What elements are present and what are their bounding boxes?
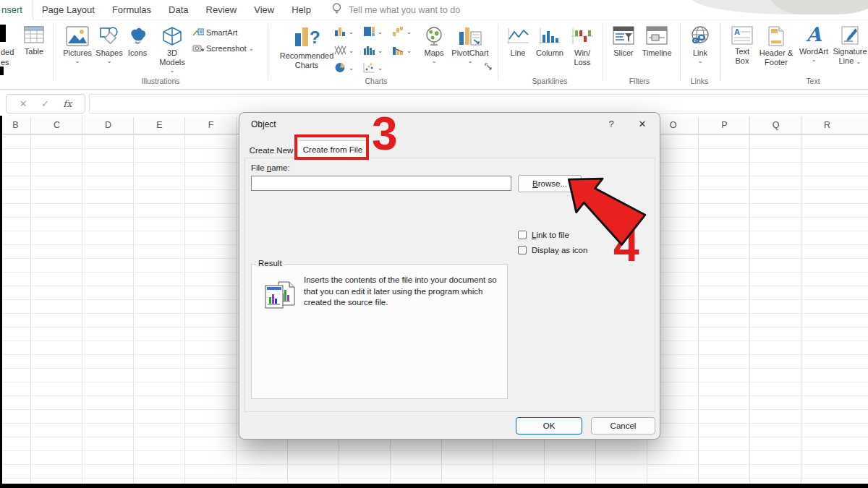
display-as-icon-checkbox[interactable] bbox=[518, 246, 527, 254]
3d-models-button[interactable]: 3D Models ⌄ bbox=[152, 26, 192, 73]
svg-text:A: A bbox=[734, 27, 740, 36]
menu-tab-page-layout[interactable]: Page Layout bbox=[33, 0, 103, 20]
insert-pie-chart-button[interactable]: ⌄ bbox=[334, 62, 354, 73]
text-box-button[interactable]: A Text Box bbox=[728, 26, 757, 66]
maps-icon bbox=[424, 26, 444, 46]
recommended-charts-button[interactable]: ? Recommended Charts bbox=[275, 25, 339, 70]
icons-label: Icons bbox=[124, 48, 150, 58]
column-header-E[interactable]: E bbox=[134, 117, 185, 134]
menu-tab-strip: nsertPage LayoutFormulasDataReviewViewHe… bbox=[0, 0, 320, 20]
shapes-button[interactable]: Shapes ⌄ bbox=[94, 26, 124, 64]
formula-input[interactable] bbox=[89, 94, 868, 114]
table-button[interactable]: Table bbox=[17, 26, 51, 56]
help-button[interactable]: ? bbox=[603, 117, 619, 132]
combo-chart-icon bbox=[392, 45, 404, 56]
screenshot-icon bbox=[192, 43, 204, 53]
3d-models-icon bbox=[161, 26, 183, 46]
result-description: Inserts the contents of the file into yo… bbox=[304, 275, 508, 309]
group-separator bbox=[268, 24, 268, 80]
torn-paper-decoration bbox=[684, 0, 868, 20]
insert-histogram-chart-button[interactable]: ⌄ bbox=[363, 45, 383, 56]
tell-me-search[interactable]: Tell me what you want to do bbox=[349, 5, 460, 15]
radar-chart-icon bbox=[334, 45, 346, 56]
screenshot-button[interactable]: Screenshot ⌄ bbox=[192, 43, 254, 53]
menu-tab-review[interactable]: Review bbox=[197, 0, 246, 20]
insert-hierarchy-chart-button[interactable]: ⌄ bbox=[363, 26, 383, 37]
chevron-down-icon: ⌄ bbox=[378, 47, 383, 54]
link-button[interactable]: Link ⌄ bbox=[686, 25, 715, 64]
shapes-icon bbox=[98, 26, 121, 46]
annotation-box-create-from-file bbox=[294, 134, 369, 160]
insert-waterfall-chart-button[interactable]: ⌄ bbox=[392, 26, 412, 37]
sparkline-winloss-button[interactable]: Win/ Loss bbox=[567, 27, 597, 67]
menu-tab-formulas[interactable]: Formulas bbox=[103, 0, 160, 20]
tab-create-new[interactable]: Create New bbox=[248, 144, 294, 158]
chevron-down-icon: ⌄ bbox=[378, 64, 383, 72]
text-box-icon: A bbox=[731, 26, 753, 45]
insert-radar-chart-button[interactable]: ⌄ bbox=[334, 45, 354, 56]
group-separator bbox=[53, 24, 54, 80]
column-header-Q[interactable]: Q bbox=[750, 117, 801, 134]
group-separator bbox=[603, 24, 603, 80]
insert-column-chart-button[interactable]: ⌄ bbox=[334, 26, 354, 37]
scatter-chart-icon bbox=[363, 62, 375, 73]
insert-scatter-chart-button[interactable]: ⌄ bbox=[363, 62, 383, 73]
formula-controls: ✕ ✓ fx bbox=[6, 94, 85, 114]
smartart-icon bbox=[192, 27, 204, 38]
cancel-button[interactable]: Cancel bbox=[591, 417, 655, 435]
slicer-button[interactable]: Slicer bbox=[609, 26, 638, 58]
wordart-button[interactable]: A WordArt ⌄ bbox=[796, 25, 832, 62]
chevron-down-icon: ⌄ bbox=[407, 47, 412, 54]
sparkline-column-button[interactable]: Column bbox=[532, 27, 567, 58]
sparkline-line-button[interactable]: Line bbox=[503, 27, 532, 58]
group-label-charts: Charts bbox=[365, 77, 388, 85]
menu-tab-view[interactable]: View bbox=[245, 0, 283, 20]
charts-dialog-launcher-icon[interactable] bbox=[485, 61, 493, 74]
column-header-R[interactable]: R bbox=[801, 117, 853, 134]
menu-tab-help[interactable]: Help bbox=[283, 0, 320, 20]
menu-tab-data[interactable]: Data bbox=[160, 0, 197, 20]
timeline-button[interactable]: Timeline bbox=[638, 26, 676, 58]
icons-button[interactable]: Icons bbox=[124, 26, 150, 58]
maps-button[interactable]: Maps ⌄ bbox=[420, 26, 448, 64]
enter-icon[interactable]: ✓ bbox=[41, 98, 49, 109]
chevron-down-icon: ⌄ bbox=[378, 28, 383, 35]
table-icon bbox=[24, 26, 44, 45]
histogram-chart-icon bbox=[363, 45, 375, 56]
signature-line-button[interactable]: Signature Line ⌄ bbox=[832, 26, 868, 67]
cutoff-icon-fragment bbox=[0, 67, 4, 75]
header-footer-button[interactable]: Header & Footer bbox=[757, 26, 796, 67]
insert-object-result-icon bbox=[264, 281, 297, 312]
column-header-F[interactable]: F bbox=[185, 117, 237, 134]
chevron-down-icon: ⌄ bbox=[856, 58, 861, 65]
smartart-button[interactable]: SmartArt bbox=[192, 27, 237, 38]
menu-tab-label: View bbox=[254, 4, 274, 15]
table-label: Table bbox=[17, 47, 51, 56]
sparkline-line-icon bbox=[506, 27, 529, 46]
pictures-button[interactable]: Pictures ⌄ bbox=[61, 26, 94, 64]
display-as-icon-label: Display as icon bbox=[532, 246, 587, 254]
link-to-file-checkbox[interactable] bbox=[518, 231, 527, 239]
menu-tab-label: nsert bbox=[1, 4, 22, 15]
column-header-B[interactable]: B bbox=[0, 117, 31, 134]
column-header-C[interactable]: C bbox=[31, 117, 82, 134]
header-footer-icon bbox=[768, 26, 784, 46]
column-header-D[interactable]: D bbox=[82, 117, 134, 134]
insert-combo-chart-button[interactable]: ⌄ bbox=[392, 45, 412, 56]
close-icon[interactable]: ✕ bbox=[633, 116, 652, 132]
text-box-label: Text Box bbox=[731, 47, 753, 66]
cutoff-label: ded bbox=[1, 48, 14, 56]
file-name-input[interactable] bbox=[251, 176, 511, 191]
pivotchart-button[interactable]: PivotChart ⌄ bbox=[448, 26, 492, 64]
group-label-sparklines: Sparklines bbox=[532, 77, 567, 85]
menu-tab-nsert[interactable]: nsert bbox=[0, 0, 33, 20]
ok-button[interactable]: OK bbox=[516, 417, 582, 435]
column-header-P[interactable]: P bbox=[699, 117, 750, 134]
menu-bar: nsertPage LayoutFormulasDataReviewViewHe… bbox=[0, 0, 868, 20]
insert-function-icon[interactable]: fx bbox=[63, 98, 72, 109]
column-chart-icon bbox=[334, 26, 346, 37]
cancel-icon[interactable]: ✕ bbox=[20, 98, 27, 109]
pictures-icon bbox=[66, 26, 89, 46]
annotation-step-3: 3 bbox=[372, 111, 396, 157]
pivotchart-icon bbox=[458, 26, 482, 46]
